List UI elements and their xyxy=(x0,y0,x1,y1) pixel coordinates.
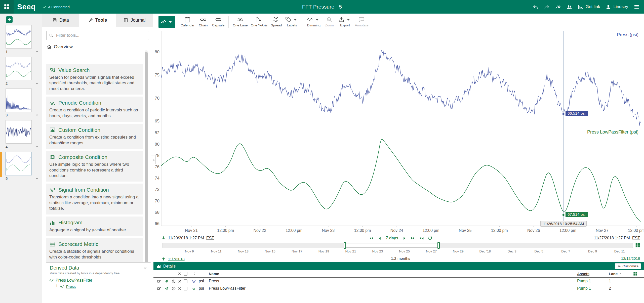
chevron-down-icon[interactable] xyxy=(35,176,39,180)
edit-icon[interactable] xyxy=(157,279,161,283)
worksheet-item-1[interactable]: 1 xyxy=(6,25,39,55)
assets-column-header[interactable]: Assets xyxy=(577,272,609,276)
toolbar-one-y-axis-button[interactable]: One Y-Axis xyxy=(249,14,269,29)
customize-button[interactable]: Customize xyxy=(615,263,641,269)
present-icon[interactable] xyxy=(555,4,561,10)
toolbar-zoom-button[interactable]: Zoom xyxy=(322,14,337,29)
tool-item-periodic-condition[interactable]: Periodic Condition Create a condition of… xyxy=(46,97,143,122)
worksheet-thumbnail[interactable] xyxy=(6,57,32,80)
derived-item-link[interactable]: Press xyxy=(66,284,76,289)
derived-item-link[interactable]: Press LowPassFilter xyxy=(56,278,92,283)
worksheet-thumbnail[interactable] xyxy=(6,152,32,175)
name-column-header[interactable]: Name xyxy=(209,272,219,276)
investigate-end-date[interactable]: 12/12/2018 xyxy=(621,256,640,261)
users-icon[interactable] xyxy=(567,4,572,10)
investigate-range-start[interactable]: 11/7/2018 xyxy=(161,255,185,262)
app-grid-button[interactable] xyxy=(0,0,14,14)
trend-chart[interactable]: Nov 2112:00 pmNov 2212:00 pmNov 2312:00 … xyxy=(153,30,644,234)
worksheet-thumbnail[interactable] xyxy=(6,120,32,144)
edit-icon[interactable] xyxy=(157,286,161,291)
user-menu[interactable]: Lindsey xyxy=(606,4,628,10)
composite-condition-icon xyxy=(49,154,56,160)
range-end-handle[interactable] xyxy=(437,242,440,249)
collapse-panel-handle[interactable] xyxy=(151,155,156,164)
overview-link[interactable]: Overview xyxy=(47,43,148,51)
worksheet-item-3[interactable]: 3 xyxy=(6,89,39,118)
chevron-down-icon[interactable] xyxy=(143,266,147,270)
asset-link[interactable]: Pump 1 xyxy=(577,279,591,283)
connection-status[interactable]: 4 Connected xyxy=(43,5,70,9)
tool-item-custom-condition[interactable]: Custom Condition Create a condition from… xyxy=(46,124,143,149)
select-all-checkbox[interactable] xyxy=(184,272,187,276)
info-icon[interactable] xyxy=(172,286,176,291)
derived-item-press[interactable]: └ Press xyxy=(55,283,148,289)
range-duration[interactable]: 7 days xyxy=(386,236,398,240)
tool-item-scorecard-metric[interactable]: Scorecard Metric Create a statistic of s… xyxy=(46,238,143,263)
row-checkbox[interactable] xyxy=(184,279,187,283)
display-range-end[interactable]: 11/27/2018 1:27 PM EST xyxy=(594,234,640,242)
toolbar-dimming-button[interactable]: Dimming xyxy=(305,14,322,29)
display-range-start[interactable]: 11/20/2018 1:27 PM EST xyxy=(161,234,214,242)
auto-update-icon[interactable] xyxy=(635,242,640,248)
row-checkbox[interactable] xyxy=(184,287,187,290)
remove-all-icon[interactable] xyxy=(178,272,181,276)
remove-icon[interactable] xyxy=(178,286,182,291)
step-forward-icon[interactable] xyxy=(402,236,407,241)
asset-link[interactable]: Pump 1 xyxy=(577,286,591,291)
worksheet-item-2[interactable]: 2 xyxy=(6,57,39,86)
worksheet-thumbnail[interactable] xyxy=(6,25,32,49)
toolbar-labels-button[interactable]: Labels xyxy=(284,14,300,29)
chevron-down-icon[interactable] xyxy=(35,145,39,149)
derived-item-press-lowpassfilter[interactable]: Press LowPassFilter xyxy=(49,277,148,283)
step-back-icon[interactable] xyxy=(377,236,382,241)
chevron-down-icon[interactable] xyxy=(35,50,39,54)
worksheet-thumbnail[interactable] xyxy=(6,89,32,112)
worksheet-item-4[interactable]: 4 xyxy=(6,120,39,150)
toolbar-trend-type-button[interactable] xyxy=(158,16,175,28)
get-link-button[interactable]: Get link xyxy=(578,4,600,10)
toolbar-calendar-button[interactable]: Calendar xyxy=(179,14,196,29)
tab-tools[interactable]: Tools xyxy=(79,14,116,27)
toolbar-spread-button[interactable]: Spread xyxy=(269,14,284,29)
refresh-icon[interactable] xyxy=(428,236,432,241)
toolbar-annotate-button[interactable]: Annotate xyxy=(353,14,370,29)
toolbar-one-lane-button[interactable]: One Lane xyxy=(231,14,249,29)
tab-journal[interactable]: Journal xyxy=(116,14,153,27)
investigate-start-date[interactable]: 11/7/2018 xyxy=(168,257,185,261)
info-icon[interactable] xyxy=(172,279,176,283)
chevron-down-icon[interactable] xyxy=(35,113,39,117)
tool-item-histogram[interactable]: Histogram Aggregate a signal by y-value … xyxy=(46,217,143,236)
trend-plot[interactable]: Nov 2112:00 pmNov 2212:00 pmNov 2312:00 … xyxy=(153,30,644,234)
add-worksheet-button[interactable] xyxy=(6,16,13,23)
sort-icon[interactable] xyxy=(193,272,196,275)
tool-item-composite-condition[interactable]: Composite Condition Use simple logic to … xyxy=(46,151,143,182)
scrollbar-thumb[interactable] xyxy=(145,52,148,270)
fast-forward-icon[interactable] xyxy=(411,236,415,241)
undo-icon[interactable] xyxy=(533,4,538,10)
fast-backward-icon[interactable] xyxy=(369,236,374,241)
toolbar-capsule-button[interactable]: Capsule xyxy=(211,14,226,29)
send-icon[interactable] xyxy=(165,286,169,291)
hamburger-menu-icon[interactable] xyxy=(634,4,639,10)
table-view-icon[interactable] xyxy=(633,271,638,276)
send-icon[interactable] xyxy=(165,279,169,283)
seeq-logo[interactable]: Seeq xyxy=(17,3,36,11)
selected-range[interactable] xyxy=(345,243,439,248)
chevron-down-icon[interactable] xyxy=(35,81,39,85)
timeline-scrubber[interactable] xyxy=(163,243,633,248)
range-start-timezone[interactable]: EST xyxy=(206,236,214,240)
tool-item-signal-from-condition[interactable]: Signal from Condition Transform a condit… xyxy=(46,184,143,214)
range-end-timezone[interactable]: EST xyxy=(632,236,640,240)
tab-data[interactable]: Data xyxy=(42,14,79,27)
toolbar-export-button[interactable]: Export xyxy=(337,14,353,29)
range-start-handle[interactable] xyxy=(344,242,346,249)
worksheet-item-5[interactable]: 5 xyxy=(6,152,39,181)
lane-column-header[interactable]: Lane xyxy=(609,272,633,276)
remove-icon[interactable] xyxy=(178,279,182,283)
redo-icon[interactable] xyxy=(544,4,550,10)
toolbar-chain-button[interactable]: Chain xyxy=(196,14,211,29)
sort-icon[interactable] xyxy=(220,272,224,275)
filter-tools-input[interactable] xyxy=(46,31,149,40)
skip-to-now-icon[interactable] xyxy=(419,236,424,241)
tool-item-value-search[interactable]: Value Search Search for periods within s… xyxy=(46,64,143,95)
